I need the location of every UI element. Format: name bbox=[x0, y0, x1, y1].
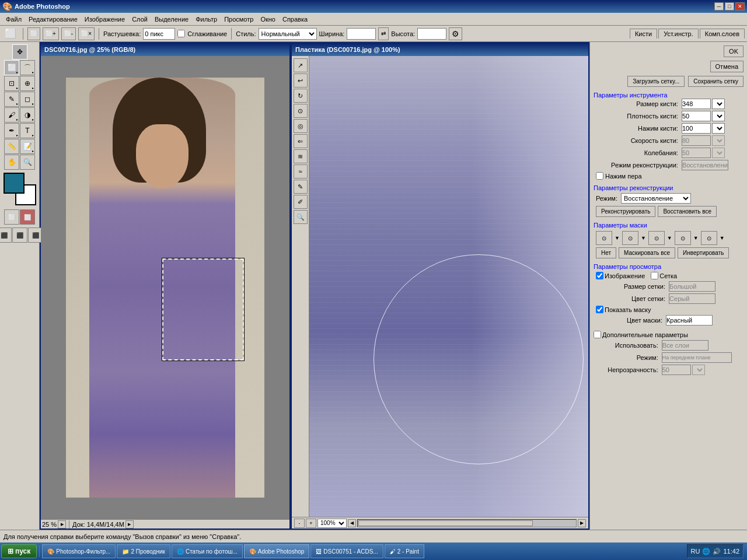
quickmask-btn[interactable]: ⬜ bbox=[20, 209, 35, 225]
filter-canvas[interactable] bbox=[309, 56, 588, 517]
tool-move[interactable]: ✥ bbox=[12, 44, 27, 60]
tool-crop[interactable]: ⊡▸ bbox=[4, 76, 19, 91]
save-mesh-button[interactable]: Сохранить сетку bbox=[688, 76, 743, 87]
ok-button[interactable]: OK bbox=[724, 46, 743, 57]
height-input[interactable] bbox=[417, 28, 446, 40]
mask-color-input[interactable] bbox=[666, 315, 713, 326]
show-mask-checkbox[interactable] bbox=[596, 306, 603, 313]
color-swatches[interactable] bbox=[4, 173, 36, 205]
mode-select[interactable]: Восстановление bbox=[621, 193, 691, 204]
style-select[interactable]: Нормальный Заданные пропорции Заданный р… bbox=[259, 28, 317, 40]
taskbar-articles[interactable]: 🌐 Статьи по фотош... bbox=[172, 544, 243, 558]
feather-input[interactable] bbox=[143, 28, 175, 40]
close-button[interactable]: ✕ bbox=[735, 2, 745, 10]
image-checkbox[interactable] bbox=[596, 272, 603, 279]
hscroll-left[interactable]: ◀ bbox=[348, 519, 356, 527]
mesh-checkbox[interactable] bbox=[651, 272, 658, 279]
tool-brush[interactable]: 🖌▸ bbox=[4, 107, 19, 123]
tab-brushes[interactable]: Кисти bbox=[630, 29, 657, 38]
foreground-color[interactable] bbox=[4, 173, 25, 194]
subtract-selection-btn[interactable]: ⬜- bbox=[61, 27, 76, 40]
filter-reconstruct[interactable]: ↩ bbox=[294, 74, 308, 88]
swap-dimensions-btn[interactable]: ⇄ bbox=[378, 27, 389, 40]
mask-icon-5[interactable]: ⊙ bbox=[701, 231, 717, 245]
menu-window[interactable]: Окно bbox=[257, 15, 279, 24]
taskbar-photoshop-filter[interactable]: 🎨 Photoshop-Фильтр... bbox=[42, 544, 116, 558]
main-doc-canvas[interactable] bbox=[41, 56, 289, 519]
tool-notes[interactable]: 📝▸ bbox=[20, 139, 35, 154]
width-input[interactable] bbox=[347, 28, 376, 40]
antialiasing-checkbox[interactable] bbox=[177, 30, 185, 37]
tool-dodge[interactable]: ◑▸ bbox=[20, 107, 35, 123]
none-button[interactable]: Нет bbox=[596, 247, 616, 258]
tab-layer-comps[interactable]: Комп.слоев bbox=[700, 29, 745, 38]
mask-all-button[interactable]: Маскировать все bbox=[619, 247, 675, 258]
filter-pucker[interactable]: ⊙ bbox=[294, 104, 308, 118]
menu-file[interactable]: Файл bbox=[2, 15, 25, 24]
filter-twirl-cw[interactable]: ↻ bbox=[294, 89, 308, 103]
menu-edit[interactable]: Редактирование bbox=[25, 15, 81, 24]
reconstruct-button[interactable]: Реконструировать bbox=[596, 206, 655, 217]
cancel-button[interactable]: Отмена bbox=[710, 61, 743, 72]
filter-push-left[interactable]: ⇐ bbox=[294, 134, 308, 148]
menu-view[interactable]: Просмотр bbox=[221, 15, 257, 24]
intersect-selection-btn[interactable]: ⬜× bbox=[78, 27, 95, 40]
mask-icon-3[interactable]: ⊙ bbox=[648, 231, 665, 245]
menu-select[interactable]: Выделение bbox=[151, 15, 192, 24]
taskbar-explorer[interactable]: 📁 2 Проводник bbox=[117, 544, 170, 558]
brush-size-input[interactable] bbox=[682, 99, 711, 109]
filter-mirror[interactable]: ≋ bbox=[294, 149, 308, 163]
taskbar-acds[interactable]: 🖼 DSC00751 - ACDS... bbox=[310, 544, 383, 558]
start-button[interactable]: ⊞ пуск bbox=[1, 544, 37, 558]
pen-pressure-checkbox[interactable] bbox=[596, 172, 603, 180]
tool-clone[interactable]: ✎▸ bbox=[4, 92, 19, 107]
invert-button[interactable]: Инвертировать bbox=[678, 247, 729, 258]
brush-size-unit[interactable]: ▼ bbox=[712, 99, 725, 109]
load-mesh-button[interactable]: Загрузить сетку... bbox=[627, 76, 685, 87]
hscroll-right[interactable]: ▶ bbox=[578, 519, 586, 527]
tool-hand[interactable]: ✋ bbox=[4, 155, 19, 170]
menu-image[interactable]: Изображение bbox=[81, 15, 128, 24]
filter-thaw-mask[interactable]: ✐ bbox=[294, 195, 308, 209]
add-selection-btn[interactable]: ⬜+ bbox=[43, 27, 59, 40]
new-selection-btn[interactable]: ⬜ bbox=[27, 27, 40, 40]
filter-turbulence[interactable]: ≈ bbox=[294, 164, 308, 178]
zoom-in-btn[interactable]: + bbox=[306, 519, 316, 528]
zoom-select[interactable]: 100% 50% 200% bbox=[317, 519, 347, 528]
brush-density-unit[interactable]: ▼ bbox=[712, 111, 725, 121]
brush-pressure-unit[interactable]: ▼ bbox=[712, 123, 725, 134]
tool-lasso[interactable]: ⌒▸ bbox=[20, 60, 35, 75]
doc-size-btn[interactable]: ▶ bbox=[125, 520, 134, 528]
filter-bloat[interactable]: ◎ bbox=[294, 119, 308, 133]
tool-type[interactable]: T▸ bbox=[20, 123, 35, 138]
mask-icon-2[interactable]: ⊙ bbox=[622, 231, 638, 245]
filter-freeze-mask[interactable]: ✎ bbox=[294, 180, 308, 194]
tool-zoom[interactable]: 🔍 bbox=[20, 155, 35, 170]
filter-warp-forward[interactable]: ↗ bbox=[294, 58, 308, 72]
zoom-out-btn[interactable]: - bbox=[294, 519, 305, 528]
filter-zoom[interactable]: 🔍 bbox=[294, 210, 308, 224]
brush-density-input[interactable] bbox=[682, 111, 711, 121]
brush-pressure-input[interactable] bbox=[682, 123, 711, 134]
maximize-button[interactable]: □ bbox=[725, 2, 734, 10]
taskbar-paint[interactable]: 🖌 2 - Paint bbox=[385, 544, 424, 558]
menu-layer[interactable]: Слой bbox=[128, 15, 151, 24]
restore-all-button[interactable]: Восстановить все bbox=[658, 206, 717, 217]
tool-marquee-rect[interactable]: ⬜▸ bbox=[4, 60, 19, 75]
screen-mode2-btn[interactable]: ⬛ bbox=[12, 228, 27, 243]
zoom-level-btn[interactable]: ▶ bbox=[58, 520, 66, 528]
mask-icon-4[interactable]: ⊙ bbox=[675, 231, 691, 245]
tab-tool-presets[interactable]: Уст.инстр. bbox=[658, 29, 699, 38]
menu-help[interactable]: Справка bbox=[279, 15, 311, 24]
hscroll-track[interactable] bbox=[357, 519, 577, 527]
tool-eraser[interactable]: ◻▸ bbox=[20, 92, 35, 107]
tool-heal[interactable]: ⊕▸ bbox=[20, 76, 35, 91]
taskbar-photoshop[interactable]: 🎨 Adobe Photoshop bbox=[244, 544, 310, 558]
minimize-button[interactable]: ─ bbox=[714, 2, 724, 10]
mask-icon-1[interactable]: ⊙ bbox=[596, 231, 612, 245]
tool-path[interactable]: ✒▸ bbox=[4, 123, 19, 138]
extra-params-checkbox[interactable] bbox=[594, 331, 601, 338]
tool-measure[interactable]: 📏 bbox=[4, 139, 19, 154]
screen-mode-btn[interactable]: ⬛ bbox=[0, 228, 12, 243]
geometry-options-btn[interactable]: ⚙ bbox=[449, 27, 462, 40]
